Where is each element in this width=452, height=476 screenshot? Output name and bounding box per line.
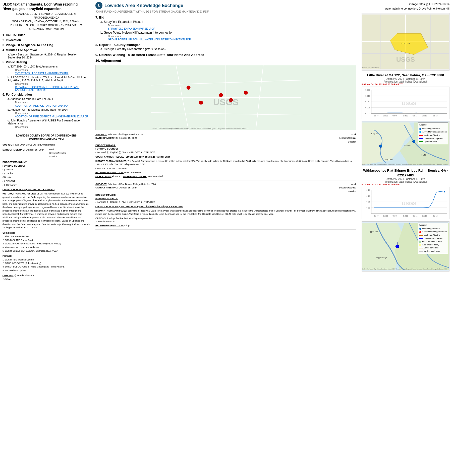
svg-point-11 [199, 101, 203, 105]
chart1-subtitle: October 6, 2024 - October 13, 2024 [362, 78, 449, 80]
docs-label-6a: Documents: [15, 101, 90, 104]
center-forms: SUBJECT: Adoption of Millage Rate for 20… [95, 133, 356, 230]
sub-item-4a: a. Work Session - September 9, 2024 & Re… [8, 53, 90, 59]
svg-point-51 [379, 145, 382, 148]
svg-text:Big Deal: Big Deal [385, 159, 393, 161]
center-map: USGS Leaflet | The National Map: Nationa… [95, 65, 356, 130]
svg-point-9 [219, 93, 223, 97]
svg-text:0.10: 0.10 [366, 195, 370, 197]
chart1-metric: Precipitation, total, inches [Operationa… [362, 80, 449, 83]
cb-capital: ( ) Capital [3, 171, 90, 175]
svg-text:Skipper Bridge: Skipper Bridge [376, 257, 387, 259]
svg-text:Oct 07: Oct 07 [374, 215, 379, 217]
work-session-3: Work Session/Regular Session [339, 182, 356, 193]
sub-item-6a: a. Adoption Of Millage Rate For 2024 Doc… [8, 97, 90, 107]
department-2: DEPARTMENT: Finance DEPARTMENT HEAD: Ste… [95, 175, 356, 178]
sub-item-5a: a. TXT-2024-03 ULDC Text Amendments Docu… [8, 65, 90, 75]
cb-tsplost: ( ) TSPLOST [3, 183, 90, 187]
header-line1: LOWNDES COUNTY BOARD OF COMMISSIONERS [3, 12, 90, 16]
svg-text:0.000: 0.000 [365, 113, 370, 115]
chart1-title: Little River at GA 122, Near Hahira, GA … [362, 73, 449, 78]
lake-header: L Lowndes Area Knowledge Exchange [95, 2, 356, 9]
chart2-subtitle: October 6, 2024 - October 13, 2024 [362, 178, 449, 180]
center-item-8: 8. Reports - County Manager a. Georgia F… [95, 43, 356, 51]
county-action-3: COUNTY ACTION REQUESTED ON: Adoption of … [95, 205, 356, 209]
cb-na: (X) N/A [3, 175, 90, 179]
svg-text:0.015: 0.015 [365, 95, 370, 97]
svg-text:Oct 08: Oct 08 [383, 215, 388, 217]
svg-text:Upper area: Upper area [369, 230, 378, 233]
left-column: ULDC text amendments, Loch Winn rezoning… [0, 0, 93, 476]
svg-text:King Src: King Src [371, 133, 379, 135]
section-divider [3, 131, 90, 131]
lake-logo: L [95, 2, 102, 9]
center-docs-7a: Documents: [108, 24, 356, 27]
doc-link-5a[interactable]: TXT-2024-03 ULDC TEXT AMENDMENTS.PDF [15, 72, 90, 75]
svg-text:Oct 10: Oct 10 [403, 115, 408, 117]
history-2: HISTORY, FACTS AND ISSUES: The Board of … [95, 160, 356, 166]
chart2-container: 0.15 0.10 0.05 0.00 Oct 07 Oct 08 Oct 09… [362, 187, 449, 219]
county-action-2: COUNTY ACTION REQUESTED ON: Adoption of … [95, 155, 356, 159]
budget-3: BUDGET IMPACT: FUNDING SOURCE: ( ) Annua… [95, 193, 356, 204]
svg-point-12 [244, 91, 248, 95]
center-docs-7b: Documents: [108, 35, 356, 38]
svg-text:0.15: 0.15 [366, 189, 370, 191]
center-sub-7b: b. Grove Pointe Nelson Hill Watermain In… [100, 31, 356, 41]
center-map-svg: USGS Leaflet | The National Map: Nationa… [96, 65, 356, 130]
options-2: OPTIONS: 1. Board's Pleasure [95, 167, 356, 171]
svg-text:Oct 09: Oct 09 [392, 215, 398, 217]
svg-text:0.010: 0.010 [365, 101, 370, 103]
lake-subtitle[interactable]: JOINT FUNDING AGREEMENT WITH USGS FOR ST… [95, 10, 356, 13]
options-3: OPTIONS: 1. Adopt the Fire District Mill… [95, 217, 356, 224]
form-block-3: SUBJECT: Adoption of Fire District Milla… [95, 182, 356, 230]
svg-text:Oct 08: Oct 08 [383, 115, 388, 117]
sub-item-6c: c. Joint Funding Agreement With USGS For… [8, 119, 90, 128]
svg-text:ULDC ZONE: ULDC ZONE [401, 43, 411, 44]
svg-text:Leaflet | The National Map: Na: Leaflet | The National Map: National Bou… [362, 164, 448, 165]
header-info: LOWNDES COUNTY BOARD OF COMMISSIONERS PR… [3, 12, 90, 31]
svg-text:Oct 09: Oct 09 [392, 115, 398, 117]
agenda-item-4: 4. Minutes For Approval a. Work Session … [3, 48, 90, 59]
cb-annual: ( ) Annual [3, 168, 90, 171]
work-session-2: Work Session/Regular Session [339, 133, 356, 144]
sub-item-5b: b. REZ-2024-15 Loch Winn LTD, Loch Laure… [8, 76, 90, 91]
gauge-map-2: Upper area Bemiss Skipper Bridge Leaflet… [362, 221, 449, 271]
svg-text:0.020: 0.020 [365, 89, 370, 91]
chart2-metric: Precipitation, total, inches [Operationa… [362, 180, 449, 183]
center-column: L Lowndes Area Knowledge Exchange JOINT … [93, 0, 359, 476]
right-column: millage rates @ LCC 2024-10-14 watermain… [359, 0, 452, 476]
right-header: millage rates @ LCC 2024-10-14 watermain… [362, 2, 449, 11]
budget-section: BUDGET IMPACT: N/A FUNDING SOURCE: ( ) A… [3, 160, 90, 187]
planned-1: 1. 9/2024 TBD Website Update [3, 258, 90, 261]
completed-section: Completed: 1. 9/2024 Attorney Review 2. … [3, 231, 90, 253]
svg-text:USGS: USGS [402, 101, 417, 106]
doc-link-6b[interactable]: ADOPTION OF FIRE DISTRICT MILLAGE RATE F… [15, 115, 90, 118]
svg-point-78 [444, 191, 445, 192]
chart1-data-value: 0.02 in - Oct 06, 2024 06:00:00 PM EDT [362, 83, 449, 86]
doc-link-5b[interactable]: REZ-2024-15 LOCH WINN LTD, LOCH LAUREL R… [15, 86, 90, 91]
svg-text:0.05: 0.05 [366, 201, 370, 203]
center-doc-link-7a[interactable]: SPRAYFIELD EXPANSION PHASE I.PDF [108, 27, 356, 30]
agenda-item-5: 5. Public Hearing a. TXT-2024-03 ULDC Te… [3, 60, 90, 91]
chart2-svg: 0.15 0.10 0.05 0.00 Oct 07 Oct 08 Oct 09… [362, 187, 449, 219]
planned-section: Planned: 1. 9/2024 TBD Website Update 2.… [3, 254, 90, 272]
doc-link-6a[interactable]: ADOPTION OF MILLAGE RATE FOR 2024.PDF [15, 104, 90, 107]
center-item-7: 7. Bid a. Sprayfield Expansion Phase I D… [95, 16, 356, 41]
svg-text:USGS: USGS [213, 97, 239, 107]
lake-exchange-title: Lowndes Area Knowledge Exchange [104, 3, 183, 8]
svg-text:Oct 11: Oct 11 [413, 115, 418, 117]
center-doc-link-7b[interactable]: GROVE POINTE NELSON HILL WATERMAIN INTER… [108, 38, 356, 41]
svg-text:Oct 07: Oct 07 [374, 115, 379, 117]
planned-3: 3. 10/8/24 LCBOC (Official Public Meetin… [3, 265, 90, 268]
svg-text:USGS: USGS [402, 200, 417, 206]
agenda-item-3: 3. Pledge Of Allegiance To The Flag [3, 43, 90, 47]
svg-text:L: L [98, 4, 100, 7]
map2-legend: Legend Monitoring Location Active Monito… [418, 122, 448, 144]
completed-3: 3. 9/9/2024 VOT Advertisements Published… [3, 242, 90, 245]
agenda-item-6: 6. For Consideration a. Adoption Of Mill… [3, 93, 90, 128]
svg-text:Blue Pool: Blue Pool [404, 145, 412, 147]
cb-splost: ( ) SPLOST [3, 179, 90, 183]
county-action-label: COUNTY ACTION REQUESTED ON: TXT-2024-03 [3, 188, 90, 191]
svg-text:Oct 12: Oct 12 [422, 115, 427, 117]
svg-text:Oct 13: Oct 13 [433, 215, 438, 217]
